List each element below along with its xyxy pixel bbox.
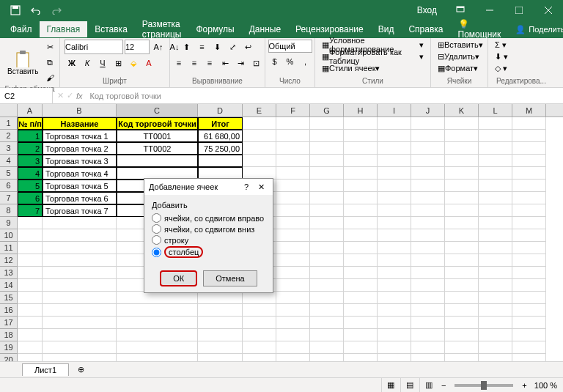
- cancel-formula-icon[interactable]: ✕: [57, 91, 64, 100]
- cell-L1[interactable]: [479, 117, 512, 130]
- cell-J17[interactable]: [411, 317, 445, 329]
- cell-E2[interactable]: [243, 130, 276, 142]
- cell-B13[interactable]: [43, 267, 117, 279]
- formula-input[interactable]: Код торговой точки: [87, 92, 563, 100]
- row-header-8[interactable]: 8: [0, 204, 18, 217]
- cell-D17[interactable]: [198, 317, 243, 329]
- cell-E4[interactable]: [243, 155, 276, 167]
- cell-G12[interactable]: [310, 254, 344, 267]
- cell-I10[interactable]: [378, 229, 411, 242]
- cell-L8[interactable]: [479, 204, 512, 217]
- cell-H12[interactable]: [344, 254, 378, 267]
- cell-D19[interactable]: [198, 341, 243, 354]
- cell-styles-button[interactable]: ▦ Стили ячеек ▾: [320, 63, 382, 73]
- cell-M4[interactable]: [512, 155, 546, 167]
- cell-M6[interactable]: [512, 180, 546, 192]
- cell-F3[interactable]: [276, 142, 310, 155]
- fill-color-icon[interactable]: ⬙: [126, 56, 141, 70]
- cell-L19[interactable]: [479, 341, 512, 354]
- cell-A11[interactable]: [18, 242, 43, 254]
- cell-I6[interactable]: [378, 180, 411, 192]
- cell-B6[interactable]: Торговая точка 5: [43, 180, 117, 192]
- cell-A3[interactable]: 2: [18, 142, 43, 155]
- cell-M7[interactable]: [512, 192, 546, 204]
- cell-G1[interactable]: [310, 117, 344, 130]
- cell-G5[interactable]: [310, 167, 344, 180]
- tab-review[interactable]: Рецензирование: [288, 21, 371, 37]
- cell-G2[interactable]: [310, 130, 344, 142]
- cell-L16[interactable]: [479, 304, 512, 317]
- cell-I18[interactable]: [378, 329, 411, 341]
- row-header-12[interactable]: 12: [0, 254, 18, 267]
- row-header-10[interactable]: 10: [0, 229, 18, 242]
- row-header-18[interactable]: 18: [0, 329, 18, 341]
- row-header-1[interactable]: 1: [0, 117, 18, 130]
- cell-G19[interactable]: [310, 341, 344, 354]
- cell-D1[interactable]: Итог: [198, 117, 243, 130]
- cell-G14[interactable]: [310, 279, 344, 292]
- col-header-A[interactable]: A: [18, 104, 43, 117]
- cell-B5[interactable]: Торговая точка 4: [43, 167, 117, 180]
- dialog-close-icon[interactable]: ✕: [254, 182, 268, 192]
- cell-F15[interactable]: [276, 292, 310, 304]
- cell-I5[interactable]: [378, 167, 411, 180]
- cell-A16[interactable]: [18, 304, 43, 317]
- cell-F13[interactable]: [276, 267, 310, 279]
- cell-D3[interactable]: 75 250,00: [198, 142, 243, 155]
- cell-H11[interactable]: [344, 242, 378, 254]
- cell-I12[interactable]: [378, 254, 411, 267]
- cell-F2[interactable]: [276, 130, 310, 142]
- col-header-K[interactable]: K: [445, 104, 479, 117]
- indent-dec-icon[interactable]: ⇤: [218, 56, 232, 70]
- cell-A8[interactable]: 7: [18, 204, 43, 217]
- cell-C1[interactable]: Код торговой точки: [117, 117, 198, 130]
- cell-E1[interactable]: [243, 117, 276, 130]
- cell-B17[interactable]: [43, 317, 117, 329]
- login-label[interactable]: Вход: [408, 5, 446, 15]
- cell-L6[interactable]: [479, 180, 512, 192]
- col-header-L[interactable]: L: [479, 104, 512, 117]
- cell-F9[interactable]: [276, 217, 310, 229]
- cell-L2[interactable]: [479, 130, 512, 142]
- cell-F11[interactable]: [276, 242, 310, 254]
- cell-I17[interactable]: [378, 317, 411, 329]
- cell-G3[interactable]: [310, 142, 344, 155]
- cell-B16[interactable]: [43, 304, 117, 317]
- cut-icon[interactable]: ✂: [43, 40, 57, 54]
- cell-D2[interactable]: 61 680,00: [198, 130, 243, 142]
- cell-E17[interactable]: [243, 317, 276, 329]
- share-button[interactable]: 👤Поделиться: [508, 22, 563, 37]
- cell-K18[interactable]: [445, 329, 479, 341]
- cell-H19[interactable]: [344, 341, 378, 354]
- col-header-M[interactable]: M: [512, 104, 546, 117]
- cell-H9[interactable]: [344, 217, 378, 229]
- radio-shift-right[interactable]: ячейки, со сдвигом вправо: [152, 212, 265, 223]
- cell-B3[interactable]: Торговая точка 2: [43, 142, 117, 155]
- cell-K9[interactable]: [445, 217, 479, 229]
- row-header-5[interactable]: 5: [0, 167, 18, 180]
- cell-B2[interactable]: Торговая точка 1: [43, 130, 117, 142]
- fill-button[interactable]: ⬇ ▾: [493, 51, 510, 62]
- row-header-17[interactable]: 17: [0, 317, 18, 329]
- zoom-label[interactable]: 100 %: [530, 381, 557, 390]
- cell-H14[interactable]: [344, 279, 378, 292]
- cell-A13[interactable]: [18, 267, 43, 279]
- cancel-button[interactable]: Отмена: [203, 270, 257, 286]
- cell-C3[interactable]: ТТ0002: [117, 142, 198, 155]
- row-header-11[interactable]: 11: [0, 242, 18, 254]
- cell-A9[interactable]: [18, 217, 43, 229]
- cell-G13[interactable]: [310, 267, 344, 279]
- zoom-in-icon[interactable]: +: [519, 381, 529, 390]
- cell-G17[interactable]: [310, 317, 344, 329]
- cell-M1[interactable]: [512, 117, 546, 130]
- cell-B8[interactable]: Торговая точка 7: [43, 204, 117, 217]
- cell-K14[interactable]: [445, 279, 479, 292]
- row-header-7[interactable]: 7: [0, 192, 18, 204]
- cell-L15[interactable]: [479, 292, 512, 304]
- cell-H8[interactable]: [344, 204, 378, 217]
- cell-F4[interactable]: [276, 155, 310, 167]
- cell-I1[interactable]: [378, 117, 411, 130]
- cell-I15[interactable]: [378, 292, 411, 304]
- orientation-icon[interactable]: ⤢: [226, 40, 240, 54]
- sheet-tab[interactable]: Лист1: [22, 363, 69, 376]
